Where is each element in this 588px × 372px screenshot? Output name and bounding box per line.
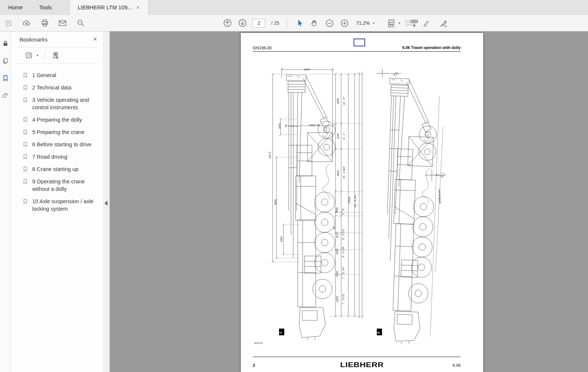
save-button[interactable] <box>4 18 13 28</box>
search-button[interactable] <box>76 18 85 28</box>
bookmark-item-label: 8 Crane starting up <box>32 165 78 173</box>
dimension-label: 7' - 11 1/4" <box>342 266 345 279</box>
paperclip-icon <box>2 92 9 99</box>
comment-button[interactable] <box>404 18 414 28</box>
hand-tool-button[interactable] <box>310 18 319 28</box>
close-panel-icon[interactable]: × <box>93 36 97 43</box>
dimension-label: 4643 <box>337 170 339 176</box>
dimension-label: 1 <box>279 332 282 333</box>
bookmarks-panel-header: Bookmarks × <box>11 31 103 47</box>
protection-button[interactable] <box>2 40 9 47</box>
email-button[interactable] <box>58 18 67 28</box>
dimension-label: -1.9° <box>392 73 398 76</box>
bookmarks-panel-button[interactable] <box>2 74 9 82</box>
bookmark-item-label: 10 Axle suspension / axle locking system <box>32 198 98 213</box>
bookmark-options-button[interactable] <box>24 51 34 60</box>
dimension-label: 1615 <box>336 232 339 238</box>
toolbar: / 25 71.2% ▾ <box>0 15 588 31</box>
new-bookmark-button[interactable] <box>51 51 61 60</box>
bookmark-glyph-icon <box>22 141 28 148</box>
dimension-label: 2450 <box>280 236 283 242</box>
bookmark-item[interactable]: 6 Before starting to drive <box>22 138 100 150</box>
bookmark-glyph-icon <box>22 97 28 103</box>
search-icon <box>76 19 85 27</box>
add-bookmark-icon <box>51 51 60 60</box>
printer-icon <box>40 19 49 27</box>
previous-page-button[interactable] <box>222 18 232 28</box>
highlight-button[interactable] <box>421 18 431 28</box>
bookmark-item[interactable]: 4 Preparing the dolly <box>22 113 100 126</box>
tab-close-icon[interactable]: × <box>136 5 139 10</box>
bookmark-item[interactable]: 7 Road driving <box>22 150 100 163</box>
bookmark-item[interactable]: 9 Operating the crane without a dolly <box>22 175 100 195</box>
next-page-button[interactable] <box>237 18 247 28</box>
bookmark-item[interactable]: 1 General <box>22 69 100 81</box>
pages-icon <box>2 57 9 64</box>
dimension-label: 19922 <box>348 196 351 204</box>
envelope-icon <box>58 19 67 28</box>
bookmark-item-label: 7 Road driving <box>32 153 67 161</box>
bookmark-item[interactable]: 3 Vehicle operating and control instrume… <box>22 94 100 113</box>
dimension-label: 4100 <box>304 68 310 71</box>
select-tool-button[interactable] <box>295 18 304 28</box>
bookmark-glyph-icon <box>22 153 28 160</box>
page-number-input[interactable] <box>252 19 265 28</box>
page-total-label: / 25 <box>271 20 279 26</box>
tab-home[interactable]: Home <box>0 0 31 15</box>
attachments-button[interactable] <box>2 91 9 99</box>
comment-bubble-icon <box>404 19 413 28</box>
bookmark-item-label: 2 Technical data <box>32 84 72 91</box>
bookmark-glyph-icon <box>22 178 28 185</box>
bookmark-item[interactable]: 10 Axle suspension / axle locking system <box>22 195 100 215</box>
collapse-panel-icon[interactable] <box>104 201 107 206</box>
panel-toolbar-separator <box>45 51 45 60</box>
tab-tools[interactable]: Tools <box>31 0 60 15</box>
share-upload-button[interactable] <box>22 18 31 28</box>
dimension-label: 5' - 3 1/2" <box>342 229 345 240</box>
technical-drawing: 4100449514' - 9"1092B= 294512454' - 1"14… <box>241 33 483 372</box>
bookmark-glyph-icon <box>22 72 28 79</box>
zoom-level-value: 71.2% <box>356 20 370 26</box>
dimension-label: B197753 <box>254 342 263 344</box>
bookmark-item[interactable]: 8 Crane starting up <box>22 163 100 175</box>
dimension-label: 1092 <box>278 123 281 129</box>
dimension-label: 5' - 5" <box>342 208 345 215</box>
bookmark-item[interactable]: 2 Technical data <box>22 81 100 94</box>
main-area: Bookmarks × ▾ 1 General2 Technical data3… <box>0 31 588 372</box>
dimension-label: 15' - 2 3/4" <box>343 166 345 179</box>
page-footer-rule <box>253 357 461 357</box>
options-caret-icon[interactable]: ▾ <box>37 54 39 57</box>
save-icon <box>4 19 13 27</box>
dimension-label: 5' - 4 1/4" <box>342 246 345 257</box>
bookmark-icon <box>2 74 9 82</box>
lock-icon <box>2 40 9 47</box>
bookmark-item-label: 1 General <box>32 71 56 79</box>
bookmark-glyph-icon <box>22 198 28 205</box>
bookmarks-toolbar: ▾ <box>16 47 98 64</box>
tab-document[interactable]: LIEBHERR LTM 109... × <box>69 0 148 15</box>
panel-collapse-strip[interactable] <box>103 31 110 372</box>
dimension-label: 1245 <box>337 133 339 139</box>
dimension-label: 2 <box>376 332 380 333</box>
page-thumbnails-button[interactable] <box>2 57 9 64</box>
document-viewport[interactable]: 026196-00 6.06 Travel operation with dol… <box>110 31 588 372</box>
dimension-label: 4' - 1" <box>343 133 345 140</box>
zoom-in-icon <box>340 19 349 28</box>
bookmarks-panel-title: Bookmarks <box>19 36 93 43</box>
zoom-out-button[interactable] <box>325 18 334 28</box>
dimension-label: 1630 <box>336 249 339 255</box>
fill-sign-button[interactable] <box>439 18 448 28</box>
page-footer-section: 6.06 <box>453 363 461 368</box>
bookmarks-list: 1 General2 Technical data3 Vehicle opera… <box>11 64 103 215</box>
cloud-upload-icon <box>22 19 31 28</box>
pdf-page: 026196-00 6.06 Travel operation with dol… <box>241 33 483 372</box>
zoom-in-button[interactable] <box>340 18 349 28</box>
select-arrow-icon <box>295 19 304 27</box>
bookmark-item[interactable]: 5 Preparing the crane <box>22 126 100 138</box>
chevron-down-icon: ▾ <box>373 21 375 25</box>
print-button[interactable] <box>40 18 49 28</box>
options-list-icon <box>25 51 33 60</box>
zoom-level-dropdown[interactable]: 71.2% ▾ <box>355 19 376 27</box>
bookmark-item-label: 5 Preparing the crane <box>32 128 84 136</box>
bookmark-item-label: 4 Preparing the dolly <box>32 116 82 124</box>
